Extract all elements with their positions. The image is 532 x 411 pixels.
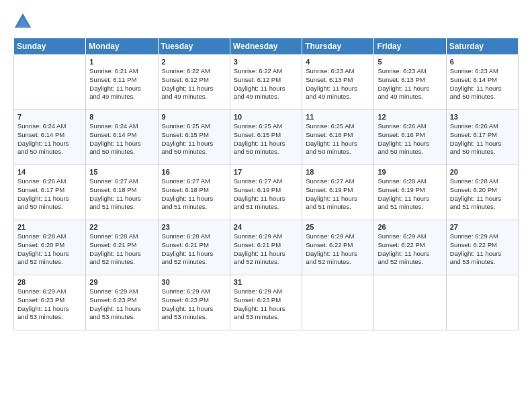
day-number: 7 [17, 113, 82, 121]
day-number: 14 [17, 168, 82, 176]
day-info: Sunrise: 6:24 AM Sunset: 6:14 PM Dayligh… [17, 122, 82, 156]
day-info: Sunrise: 6:28 AM Sunset: 6:21 PM Dayligh… [162, 232, 226, 267]
calendar-cell: 18Sunrise: 6:27 AM Sunset: 6:19 PM Dayli… [302, 165, 374, 220]
day-number: 9 [162, 113, 226, 121]
calendar-cell: 1Sunrise: 6:21 AM Sunset: 6:11 PM Daylig… [86, 55, 158, 110]
day-number: 25 [306, 223, 370, 231]
day-info: Sunrise: 6:23 AM Sunset: 6:14 PM Dayligh… [450, 67, 515, 101]
day-number: 11 [306, 113, 370, 121]
day-info: Sunrise: 6:29 AM Sunset: 6:21 PM Dayligh… [234, 232, 298, 267]
day-number: 24 [234, 223, 298, 231]
calendar-cell: 22Sunrise: 6:28 AM Sunset: 6:21 PM Dayli… [86, 220, 158, 275]
header-row: SundayMondayTuesdayWednesdayThursdayFrid… [14, 38, 519, 55]
day-info: Sunrise: 6:26 AM Sunset: 6:17 PM Dayligh… [17, 177, 82, 212]
day-number: 17 [234, 168, 298, 176]
day-number: 3 [234, 58, 298, 66]
day-info: Sunrise: 6:25 AM Sunset: 6:16 PM Dayligh… [306, 122, 370, 156]
day-info: Sunrise: 6:29 AM Sunset: 6:23 PM Dayligh… [234, 287, 298, 322]
calendar-cell: 3Sunrise: 6:22 AM Sunset: 6:12 PM Daylig… [230, 55, 302, 110]
calendar-cell: 26Sunrise: 6:29 AM Sunset: 6:22 PM Dayli… [374, 220, 446, 275]
day-info: Sunrise: 6:29 AM Sunset: 6:22 PM Dayligh… [450, 232, 515, 267]
calendar-cell [446, 275, 518, 330]
calendar-cell: 14Sunrise: 6:26 AM Sunset: 6:17 PM Dayli… [14, 165, 86, 220]
day-info: Sunrise: 6:21 AM Sunset: 6:11 PM Dayligh… [89, 67, 154, 101]
week-row-2: 14Sunrise: 6:26 AM Sunset: 6:17 PM Dayli… [14, 165, 519, 220]
day-number: 21 [17, 223, 82, 231]
day-info: Sunrise: 6:26 AM Sunset: 6:16 PM Dayligh… [378, 122, 442, 156]
day-info: Sunrise: 6:25 AM Sunset: 6:15 PM Dayligh… [162, 122, 226, 156]
calendar-cell: 9Sunrise: 6:25 AM Sunset: 6:15 PM Daylig… [158, 110, 230, 165]
day-info: Sunrise: 6:27 AM Sunset: 6:19 PM Dayligh… [234, 177, 298, 212]
day-number: 29 [89, 278, 154, 286]
day-info: Sunrise: 6:22 AM Sunset: 6:12 PM Dayligh… [162, 67, 226, 101]
calendar-cell: 21Sunrise: 6:28 AM Sunset: 6:20 PM Dayli… [14, 220, 86, 275]
logo [13, 12, 36, 31]
page: SundayMondayTuesdayWednesdayThursdayFrid… [0, 0, 532, 411]
day-number: 19 [378, 168, 442, 176]
day-number: 31 [234, 278, 298, 286]
day-info: Sunrise: 6:29 AM Sunset: 6:23 PM Dayligh… [162, 287, 226, 322]
day-info: Sunrise: 6:27 AM Sunset: 6:18 PM Dayligh… [162, 177, 226, 212]
day-info: Sunrise: 6:29 AM Sunset: 6:23 PM Dayligh… [17, 287, 82, 322]
day-number: 20 [450, 168, 515, 176]
day-number: 28 [17, 278, 82, 286]
day-number: 5 [378, 58, 442, 66]
day-info: Sunrise: 6:28 AM Sunset: 6:21 PM Dayligh… [89, 232, 154, 267]
header [13, 12, 519, 31]
calendar-cell: 13Sunrise: 6:26 AM Sunset: 6:17 PM Dayli… [446, 110, 518, 165]
day-number: 27 [450, 223, 515, 231]
calendar-cell [302, 275, 374, 330]
day-number: 22 [89, 223, 154, 231]
calendar-cell: 10Sunrise: 6:25 AM Sunset: 6:15 PM Dayli… [230, 110, 302, 165]
calendar-cell: 28Sunrise: 6:29 AM Sunset: 6:23 PM Dayli… [14, 275, 86, 330]
week-row-4: 28Sunrise: 6:29 AM Sunset: 6:23 PM Dayli… [14, 275, 519, 330]
day-number: 15 [89, 168, 154, 176]
day-number: 8 [89, 113, 154, 121]
day-info: Sunrise: 6:28 AM Sunset: 6:19 PM Dayligh… [378, 177, 442, 212]
logo-icon [13, 12, 32, 31]
week-row-0: 1Sunrise: 6:21 AM Sunset: 6:11 PM Daylig… [14, 55, 519, 110]
calendar-cell: 7Sunrise: 6:24 AM Sunset: 6:14 PM Daylig… [14, 110, 86, 165]
day-number: 10 [234, 113, 298, 121]
day-info: Sunrise: 6:23 AM Sunset: 6:13 PM Dayligh… [378, 67, 442, 101]
day-number: 6 [450, 58, 515, 66]
week-row-1: 7Sunrise: 6:24 AM Sunset: 6:14 PM Daylig… [14, 110, 519, 165]
calendar-cell: 25Sunrise: 6:29 AM Sunset: 6:22 PM Dayli… [302, 220, 374, 275]
day-info: Sunrise: 6:27 AM Sunset: 6:18 PM Dayligh… [89, 177, 154, 212]
calendar-cell: 11Sunrise: 6:25 AM Sunset: 6:16 PM Dayli… [302, 110, 374, 165]
day-number: 18 [306, 168, 370, 176]
day-info: Sunrise: 6:25 AM Sunset: 6:15 PM Dayligh… [234, 122, 298, 156]
header-day-tuesday: Tuesday [158, 38, 230, 55]
calendar-cell: 27Sunrise: 6:29 AM Sunset: 6:22 PM Dayli… [446, 220, 518, 275]
day-number: 2 [162, 58, 226, 66]
header-day-wednesday: Wednesday [230, 38, 302, 55]
day-number: 23 [162, 223, 226, 231]
calendar-cell [374, 275, 446, 330]
calendar-cell: 19Sunrise: 6:28 AM Sunset: 6:19 PM Dayli… [374, 165, 446, 220]
day-number: 12 [378, 113, 442, 121]
day-info: Sunrise: 6:22 AM Sunset: 6:12 PM Dayligh… [234, 67, 298, 101]
day-number: 13 [450, 113, 515, 121]
header-day-sunday: Sunday [14, 38, 86, 55]
calendar-cell: 6Sunrise: 6:23 AM Sunset: 6:14 PM Daylig… [446, 55, 518, 110]
day-number: 26 [378, 223, 442, 231]
header-day-monday: Monday [86, 38, 158, 55]
calendar-cell: 8Sunrise: 6:24 AM Sunset: 6:14 PM Daylig… [86, 110, 158, 165]
day-info: Sunrise: 6:24 AM Sunset: 6:14 PM Dayligh… [89, 122, 154, 156]
calendar-cell: 24Sunrise: 6:29 AM Sunset: 6:21 PM Dayli… [230, 220, 302, 275]
calendar-cell: 2Sunrise: 6:22 AM Sunset: 6:12 PM Daylig… [158, 55, 230, 110]
calendar-cell: 15Sunrise: 6:27 AM Sunset: 6:18 PM Dayli… [86, 165, 158, 220]
day-number: 16 [162, 168, 226, 176]
header-day-friday: Friday [374, 38, 446, 55]
day-info: Sunrise: 6:29 AM Sunset: 6:22 PM Dayligh… [306, 232, 370, 267]
day-info: Sunrise: 6:28 AM Sunset: 6:20 PM Dayligh… [450, 177, 515, 212]
calendar-cell: 20Sunrise: 6:28 AM Sunset: 6:20 PM Dayli… [446, 165, 518, 220]
calendar-cell [14, 55, 86, 110]
day-number: 1 [89, 58, 154, 66]
calendar-cell: 17Sunrise: 6:27 AM Sunset: 6:19 PM Dayli… [230, 165, 302, 220]
day-info: Sunrise: 6:28 AM Sunset: 6:20 PM Dayligh… [17, 232, 82, 267]
day-info: Sunrise: 6:29 AM Sunset: 6:22 PM Dayligh… [378, 232, 442, 267]
calendar-table: SundayMondayTuesdayWednesdayThursdayFrid… [13, 38, 519, 330]
calendar-cell: 5Sunrise: 6:23 AM Sunset: 6:13 PM Daylig… [374, 55, 446, 110]
calendar-cell: 16Sunrise: 6:27 AM Sunset: 6:18 PM Dayli… [158, 165, 230, 220]
